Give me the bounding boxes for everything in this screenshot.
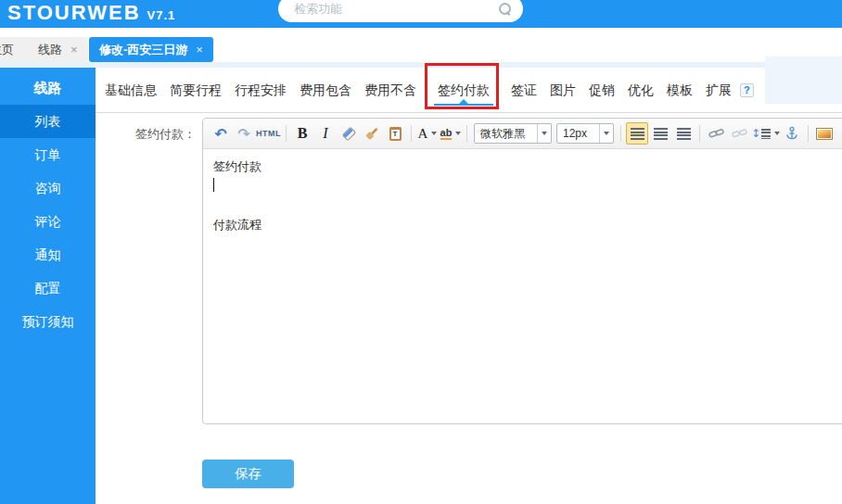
tab-label: 图片: [550, 82, 576, 97]
updown-arrow-icon: ↕: [751, 127, 760, 140]
anchor-icon: [785, 126, 799, 141]
tab-visa[interactable]: 签证: [511, 68, 537, 112]
right-pale-panel: [765, 57, 842, 104]
paste-as-text-icon[interactable]: [384, 122, 406, 145]
chevron-down-icon: [774, 132, 780, 135]
save-button[interactable]: 保存: [202, 460, 294, 488]
window-tab-label: 线路: [38, 42, 62, 58]
global-search[interactable]: [278, 0, 523, 22]
undo-icon[interactable]: ↶: [210, 122, 232, 145]
align-right-icon: [677, 128, 691, 140]
tab-label: 促销: [589, 82, 615, 97]
font-color-button[interactable]: A: [416, 122, 439, 145]
editor-line-with-cursor: [213, 176, 840, 195]
toolbar-separator: [699, 125, 700, 142]
rich-text-editor: ↶ ↷ HTML B I A ab 微软雅黑: [202, 118, 842, 424]
search-input[interactable]: [294, 2, 475, 16]
tab-promotion[interactable]: 促销: [589, 68, 615, 112]
link-icon: [708, 127, 724, 140]
remove-link-button[interactable]: [728, 122, 750, 145]
tab-fee-included[interactable]: 费用包含: [300, 68, 351, 112]
align-center-button[interactable]: [649, 122, 671, 145]
chevron-down-icon: [431, 132, 437, 135]
window-tab-bar: 主页 线路 × 修改-西安三日游 ×: [0, 28, 842, 62]
window-tab-line[interactable]: 线路 ×: [28, 37, 88, 62]
close-icon[interactable]: ×: [196, 44, 203, 56]
brush-shape: [364, 126, 379, 141]
sidebar: 线路 列表 订单 咨询 评论 通知 配置 预订须知: [0, 68, 96, 504]
font-color-glyph: A: [418, 126, 428, 142]
tab-brief-itinerary[interactable]: 简要行程: [170, 68, 222, 112]
tab-label: 行程安排: [235, 82, 287, 97]
sidebar-item-booking-notes[interactable]: 预订须知: [0, 305, 96, 338]
image-icon: [816, 128, 833, 140]
sidebar-item-list[interactable]: 列表: [0, 105, 96, 138]
sidebar-item-comments[interactable]: 评论: [0, 205, 96, 238]
search-icon[interactable]: [499, 3, 510, 14]
tab-fee-excluded[interactable]: 费用不含: [364, 68, 416, 112]
active-tab-underline: [434, 104, 493, 106]
tab-label: 扩展: [706, 82, 732, 97]
align-right-button[interactable]: [672, 122, 695, 145]
editor-toolbar: ↶ ↷ HTML B I A ab 微软雅黑: [203, 119, 842, 149]
chevron-down-icon: [537, 124, 551, 143]
sidebar-item-config[interactable]: 配置: [0, 271, 96, 305]
toolbar-separator: [466, 125, 467, 142]
sidebar-item-inquiry[interactable]: 咨询: [0, 171, 96, 205]
active-tab-pointer: [459, 99, 468, 104]
tab-label: 模板: [667, 82, 693, 97]
align-center-icon: [654, 128, 668, 140]
sidebar-item-notice[interactable]: 通知: [0, 238, 96, 271]
font-family-select[interactable]: 微软雅黑: [474, 123, 552, 144]
html-source-button[interactable]: HTML: [256, 122, 281, 145]
font-size-select[interactable]: 12px: [556, 123, 614, 144]
eraser-icon[interactable]: [338, 122, 360, 145]
line-height-button[interactable]: ↕: [751, 122, 780, 145]
format-painter-icon[interactable]: [361, 122, 383, 145]
tab-contract-payment[interactable]: 签约付款: [438, 68, 490, 112]
highlight-glyph: ab: [440, 127, 453, 140]
bold-button[interactable]: B: [291, 122, 313, 145]
tab-label: 费用不含: [364, 82, 416, 97]
window-tab-label: 主页: [0, 42, 14, 58]
redo-icon[interactable]: ↷: [233, 122, 255, 145]
app-logo: STOURWEB V7.1: [7, 1, 175, 25]
editor-content[interactable]: 签约付款 付款流程: [203, 149, 842, 242]
tab-label: 签约付款: [438, 82, 490, 97]
italic-button[interactable]: I: [314, 122, 337, 145]
chevron-down-icon: [455, 132, 461, 135]
tab-label: 签证: [511, 82, 537, 97]
close-icon[interactable]: ×: [70, 44, 78, 56]
tab-label: 优化: [628, 82, 654, 97]
help-icon[interactable]: ?: [740, 83, 754, 97]
chevron-down-icon: [599, 124, 613, 143]
eraser-shape: [341, 126, 356, 141]
tab-basic-info[interactable]: 基础信息: [105, 68, 157, 112]
toolbar-separator: [808, 125, 809, 142]
text-cursor: [213, 178, 214, 192]
anchor-button[interactable]: [781, 122, 803, 145]
app-header: STOURWEB V7.1: [0, 0, 842, 28]
window-tab-home[interactable]: 主页: [0, 37, 30, 62]
tab-itinerary-plan[interactable]: 行程安排: [235, 68, 287, 112]
clipboard-shape: [389, 127, 402, 141]
content-tab-bar: 基础信息 简要行程 行程安排 费用包含 费用不含 签约付款 签证 图片 促销 优…: [96, 68, 842, 113]
toolbar-separator: [286, 125, 287, 142]
font-family-value: 微软雅黑: [475, 126, 537, 142]
align-left-button[interactable]: [626, 122, 648, 145]
sidebar-item-orders[interactable]: 订单: [0, 138, 96, 171]
tab-pictures[interactable]: 图片: [550, 68, 576, 112]
sidebar-item-line[interactable]: 线路: [0, 71, 96, 105]
logo-text: STOURWEB: [7, 1, 141, 25]
tab-extension[interactable]: 扩展 ?: [706, 68, 754, 112]
insert-image-button[interactable]: [813, 122, 836, 145]
tab-optimization[interactable]: 优化: [628, 68, 654, 112]
window-tab-label: 修改-西安三日游: [99, 42, 187, 58]
highlight-button[interactable]: ab: [440, 122, 462, 145]
tab-template[interactable]: 模板: [667, 68, 693, 112]
window-tab-edit-xian-tour[interactable]: 修改-西安三日游 ×: [89, 37, 213, 62]
insert-link-button[interactable]: [705, 122, 727, 145]
tab-label: 简要行程: [170, 82, 222, 97]
toolbar-separator: [620, 125, 621, 142]
tab-label: 费用包含: [300, 82, 351, 97]
